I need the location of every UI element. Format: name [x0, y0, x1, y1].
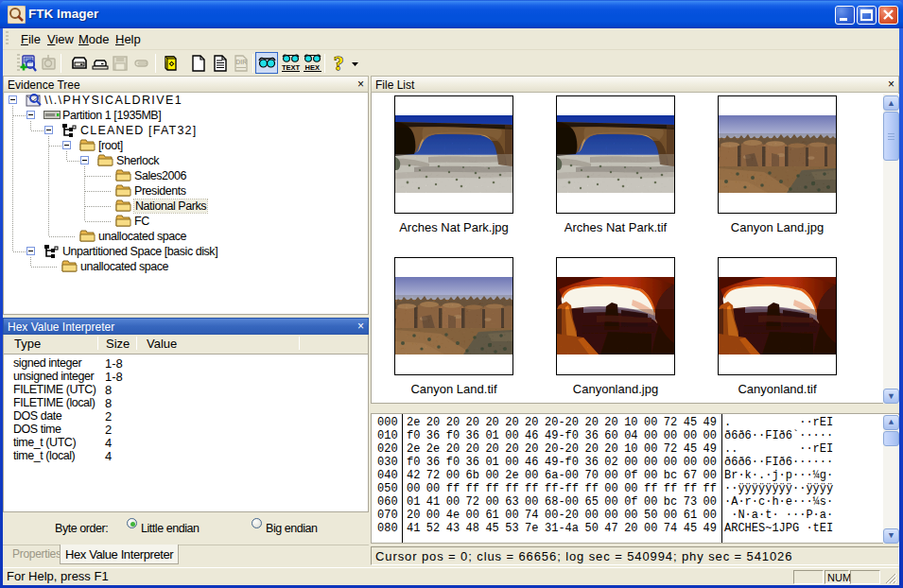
svg-text:HEX: HEX: [305, 63, 320, 72]
svg-text:TEXT: TEXT: [282, 63, 301, 72]
svg-text:?: ?: [334, 53, 344, 74]
svg-text:DIR: DIR: [235, 59, 247, 65]
